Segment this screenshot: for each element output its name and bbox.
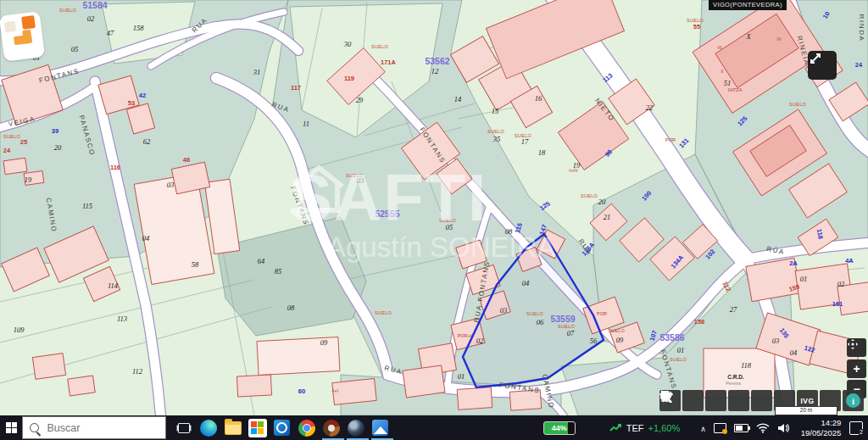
fullscreen-button[interactable] <box>808 51 837 80</box>
map-label: 01 <box>800 276 808 283</box>
file-explorer-icon <box>225 421 242 435</box>
scale-bar: 20 m <box>775 406 837 415</box>
wifi-icon[interactable] <box>756 422 770 433</box>
stock-ticker[interactable]: TEF +1,60% <box>609 423 680 433</box>
map-label: 21 <box>604 214 611 221</box>
map-label: 134A <box>670 254 685 270</box>
map-label: 04 <box>142 235 150 242</box>
notification-center-button[interactable]: 2 <box>849 421 863 435</box>
map-label: 47 <box>107 30 114 37</box>
map-label: FONTANS <box>289 186 309 227</box>
map-label: IV <box>776 37 781 42</box>
taskbar-app-outlook[interactable] <box>270 415 294 440</box>
map-label: POR+I <box>458 334 472 339</box>
map-label: 62 <box>143 138 151 146</box>
taskbar-app-chrome-profile[interactable] <box>319 415 343 440</box>
search-icon <box>30 423 39 432</box>
map-label: 04 <box>790 349 798 357</box>
map-label: PANASCO <box>77 114 95 157</box>
clock-date: 19/05/2025 <box>801 428 842 438</box>
zoom-in-button[interactable]: + <box>847 359 866 378</box>
map-label: SUELO <box>487 130 504 135</box>
taskbar-app-store[interactable] <box>245 415 270 440</box>
map-label: 64 <box>258 258 265 265</box>
map-label: RUA <box>270 102 290 114</box>
map-label: 85 <box>275 268 282 276</box>
speaker-icon[interactable] <box>777 423 789 433</box>
map-label: RUA FONTANS <box>474 260 492 323</box>
layers-button[interactable] <box>705 390 726 411</box>
map-label: 112 <box>721 281 732 292</box>
map-label: 114 <box>108 282 118 290</box>
map-label: RUA <box>576 238 593 257</box>
game-icon <box>348 420 364 437</box>
zoom-search-button[interactable] <box>682 390 704 411</box>
map-label: POR <box>665 138 676 143</box>
taskbar-app-chrome[interactable] <box>294 415 319 440</box>
map-label: 119 <box>344 75 354 82</box>
info-button[interactable]: i <box>843 390 864 411</box>
map-label: SUELO <box>375 311 392 316</box>
map-label: 08 <box>505 228 513 236</box>
outlook-icon <box>274 420 290 436</box>
task-view-icon <box>178 423 190 433</box>
map-label: POR <box>597 312 607 317</box>
map-label: 46 <box>183 157 190 164</box>
taskbar-app-file-explorer[interactable] <box>220 415 245 440</box>
search-input[interactable] <box>45 421 159 435</box>
map-label: 06 <box>537 319 544 326</box>
taskbar-clock[interactable]: 14:29 19/05/2025 <box>801 418 842 438</box>
ticker-symbol: TEF <box>626 423 644 433</box>
map-label: SUELO <box>687 19 704 24</box>
map-label: 19 <box>573 162 581 170</box>
screen: 5158453562525555355953586FONTANSVEIGAPAN… <box>0 0 868 440</box>
tray-app-icon[interactable] <box>714 423 726 433</box>
system-tray: ∧ <box>700 422 789 433</box>
map-label: 107 <box>648 330 658 342</box>
region-label: VIGO(PONTEVEDRA) <box>709 0 787 10</box>
map-label: 135 <box>778 327 789 340</box>
map-label: 115 <box>515 222 524 234</box>
edge-icon <box>200 420 217 437</box>
start-button[interactable] <box>0 415 22 440</box>
map-label: 122 <box>804 345 815 354</box>
tray-expand-icon[interactable]: ∧ <box>700 425 706 433</box>
diagonal-arrows-icon <box>808 51 823 66</box>
map-label: 98 <box>604 148 613 158</box>
map-label: 01 <box>458 373 465 381</box>
map-label: 09 <box>320 339 328 347</box>
map-label: 03 <box>167 181 175 189</box>
battery-percent-widget[interactable]: 44% <box>543 421 576 435</box>
print-button[interactable] <box>751 390 772 411</box>
map-label: FONTANS <box>498 382 540 395</box>
map-label: 113 <box>117 315 127 323</box>
map-label: 158 <box>133 25 144 32</box>
map-label: CAMINO <box>541 374 554 409</box>
taskbar-app-game[interactable] <box>343 415 368 440</box>
map-label: 25 <box>20 139 27 146</box>
taskbar-app-edge[interactable] <box>196 415 220 440</box>
map-label: VEIGA <box>8 116 36 129</box>
map-label: 60 <box>298 388 305 395</box>
task-view-button[interactable] <box>171 415 196 440</box>
map-label: 24 <box>855 62 862 69</box>
measure-button[interactable] <box>728 390 749 411</box>
map-label: SUELO <box>558 325 575 330</box>
map-label: 05 <box>71 46 79 53</box>
map-label: NIETO <box>593 97 615 123</box>
photos-icon <box>372 420 388 436</box>
map-label: C.R.D. <box>727 375 744 381</box>
map-label: 53 <box>128 100 135 107</box>
map-label: 03 <box>500 307 508 315</box>
cadastral-map[interactable]: 5158453562525555355953586FONTANSVEIGAPAN… <box>0 0 868 415</box>
taskbar-search[interactable] <box>22 416 166 439</box>
map-label: CAMINO <box>44 198 57 233</box>
map-label: RÚA <box>766 246 786 256</box>
map-label: 147 <box>538 224 548 236</box>
map-label: SUELO <box>59 8 76 14</box>
pan-button[interactable] <box>847 338 866 357</box>
battery-icon[interactable] <box>734 424 748 432</box>
taskbar-app-photos[interactable] <box>368 415 392 440</box>
map-label: 118 <box>741 362 751 370</box>
info-icon: i <box>846 393 860 408</box>
